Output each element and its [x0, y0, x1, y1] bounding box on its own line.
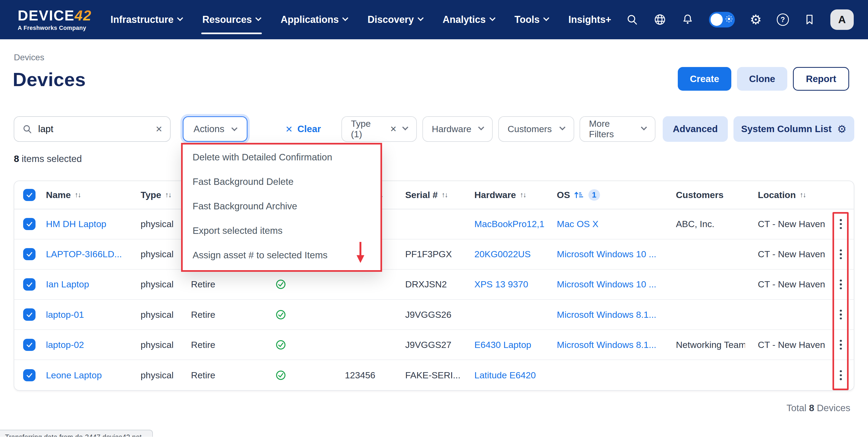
nav-item[interactable]: Discovery	[368, 11, 423, 29]
actions-dropdown-menu: Delete with Detailed Confirmation Fast B…	[181, 143, 382, 272]
in-service-check-icon	[276, 279, 286, 289]
retire-action[interactable]: Retire	[191, 370, 274, 380]
search-input[interactable]	[38, 124, 150, 134]
bookmark-icon[interactable]	[804, 13, 815, 26]
nav-item[interactable]: Analytics	[443, 11, 495, 29]
filter-more-filters[interactable]: More Filters	[580, 116, 655, 142]
logo-text: DEVICE42	[18, 8, 92, 23]
filter-type[interactable]: Type (1) ×	[341, 116, 417, 142]
table-row: Leone Laptop physical Retire 123456 FAKE…	[14, 360, 854, 390]
actions-menu-list: Delete with Detailed Confirmation Fast B…	[183, 145, 380, 268]
row-checkbox[interactable]	[23, 218, 35, 230]
retire-action[interactable]: Retire	[191, 340, 274, 350]
nav-item[interactable]: Applications	[281, 11, 348, 29]
advanced-button[interactable]: Advanced	[663, 116, 728, 142]
globe-icon[interactable]	[654, 13, 666, 26]
device-name-link[interactable]: Leone Laptop	[46, 370, 102, 380]
chevron-down-icon	[478, 124, 484, 130]
device-name-link[interactable]: LAPTOP-3I66LD...	[46, 249, 122, 259]
device-type: physical	[141, 370, 191, 380]
hardware-link[interactable]: XPS 13 9370	[474, 279, 528, 289]
sort-icon[interactable]: ↑↓	[800, 191, 806, 199]
create-button[interactable]: Create	[678, 67, 731, 91]
os-link[interactable]: Mac OS X	[557, 219, 599, 229]
device-name-link[interactable]: Ian Laptop	[46, 279, 89, 289]
actions-dropdown-button[interactable]: Actions	[183, 116, 248, 142]
search-icon	[22, 124, 33, 134]
os-link[interactable]: Microsoft Windows 10 ...	[557, 249, 656, 259]
device-name-link[interactable]: HM DH Laptop	[46, 219, 106, 229]
sort-icon[interactable]: ↑↓	[441, 191, 448, 199]
notifications-bell-icon[interactable]	[681, 13, 694, 26]
actions-menu-item[interactable]: Fast Background Delete	[183, 169, 380, 194]
report-button[interactable]: Report	[793, 67, 849, 91]
nav-item[interactable]: Resources	[202, 11, 261, 29]
browser-status-bar: Transferring data from do-3447.device42.…	[0, 430, 153, 437]
theme-toggle[interactable]	[709, 12, 735, 27]
hardware-link[interactable]: E6430 Laptop	[474, 340, 531, 350]
row-select-cell	[14, 278, 46, 290]
nav-item[interactable]: Infrastructure	[111, 11, 182, 29]
device-name-link[interactable]: laptop-01	[46, 309, 84, 320]
actions-menu-item[interactable]: Assign asset # to selected Items	[183, 243, 380, 268]
actions-menu-item[interactable]: Fast Background Archive	[183, 194, 380, 218]
os-link[interactable]: Microsoft Windows 10 ...	[557, 279, 656, 289]
nav-item[interactable]: Insights+	[568, 11, 611, 29]
row-checkbox[interactable]	[23, 278, 35, 290]
retire-action[interactable]: Retire	[191, 279, 274, 289]
search-icon[interactable]	[626, 13, 639, 26]
select-all-cell	[14, 189, 46, 201]
row-checkbox[interactable]	[23, 248, 35, 260]
sort-icon[interactable]: ↑↓	[165, 191, 172, 199]
in-service-check-icon	[276, 309, 286, 320]
hardware-link[interactable]: Latitude E6420	[474, 370, 536, 380]
filter-hardware[interactable]: Hardware	[423, 116, 493, 142]
user-avatar[interactable]: A	[830, 9, 854, 30]
sort-ascending-icon[interactable]	[575, 191, 583, 199]
column-header[interactable]: Location ↑↓	[745, 190, 827, 200]
help-icon[interactable]: ?	[777, 13, 789, 26]
remove-filter-icon[interactable]: ×	[391, 123, 397, 135]
total-number: 8	[809, 403, 814, 413]
column-label: Location	[758, 190, 796, 200]
select-all-checkbox[interactable]	[23, 189, 35, 201]
device-name-link[interactable]: laptop-02	[46, 340, 84, 350]
nav-item-label: Insights+	[568, 14, 611, 25]
sort-icon[interactable]: ↑↓	[75, 191, 81, 199]
hardware-link[interactable]: MacBookPro12,1	[474, 219, 544, 229]
row-select-cell	[14, 248, 46, 260]
retire-action[interactable]: Retire	[191, 309, 274, 320]
search-clear-icon[interactable]: ×	[156, 123, 162, 135]
row-select-cell	[14, 339, 46, 351]
in-service-cell	[273, 279, 345, 289]
sort-icon[interactable]: ↑↓	[520, 191, 526, 199]
total-count: Total 8 Devices	[786, 403, 850, 413]
filter-customers[interactable]: Customers	[498, 116, 574, 142]
column-header[interactable]: Serial # ↑↓	[393, 190, 462, 200]
column-header[interactable]: Customers	[663, 190, 745, 200]
os-link[interactable]: Microsoft Windows 8.1...	[557, 340, 656, 350]
device42-logo[interactable]: DEVICE42 A Freshworks Company	[18, 8, 92, 31]
breadcrumb[interactable]: Devices	[14, 53, 44, 62]
row-checkbox[interactable]	[23, 339, 35, 351]
clear-selection-link[interactable]: × Clear	[286, 116, 321, 142]
column-header[interactable]: OS 1	[544, 189, 663, 201]
location: CT - New Haven	[745, 279, 827, 289]
clone-button[interactable]: Clone	[737, 67, 787, 91]
device-type: physical	[141, 309, 191, 320]
main-nav: Infrastructure Resources Applications Di…	[111, 11, 611, 29]
logo-42: 42	[74, 7, 92, 23]
system-column-list-button[interactable]: System Column List ⚙	[734, 116, 854, 142]
actions-menu-item[interactable]: Delete with Detailed Confirmation	[183, 145, 380, 169]
actions-menu-item[interactable]: Export selected items	[183, 218, 380, 243]
column-header[interactable]: Hardware ↑↓	[462, 190, 544, 200]
hardware-link[interactable]: 20KG0022US	[474, 249, 531, 259]
row-checkbox[interactable]	[23, 308, 35, 320]
actions-label: Actions	[193, 124, 224, 134]
logo-tagline: A Freshworks Company	[18, 25, 92, 31]
row-checkbox[interactable]	[23, 369, 35, 381]
os-link[interactable]: Microsoft Windows 8.1...	[557, 309, 656, 320]
column-header[interactable]: Name ↑↓	[46, 190, 141, 200]
settings-gear-icon[interactable]: ⚙	[750, 13, 762, 26]
nav-item[interactable]: Tools	[515, 11, 548, 29]
